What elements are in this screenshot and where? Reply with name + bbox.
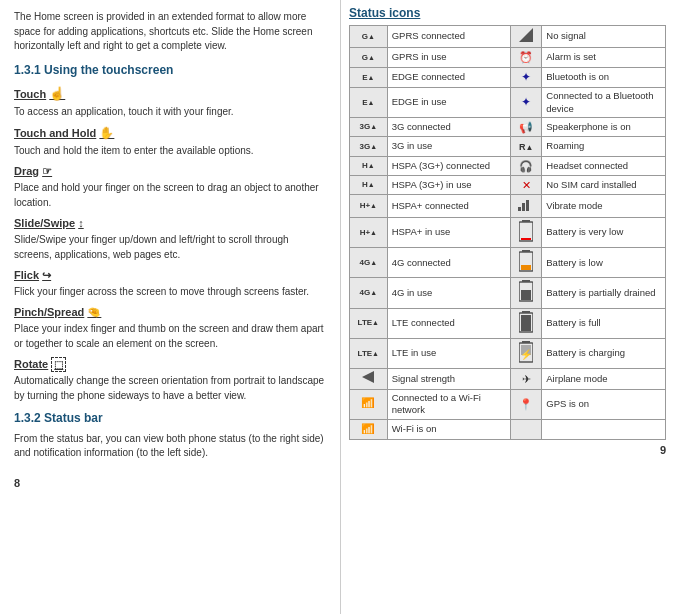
svg-marker-0: [519, 28, 533, 42]
left-icon-3: E▲: [350, 88, 388, 118]
svg-rect-2: [522, 203, 525, 211]
rotate-heading: Rotate ⬚: [14, 357, 326, 373]
right-label-9: Battery is very low: [542, 217, 666, 247]
right-label-15: GPS is on: [542, 389, 666, 419]
left-label-16: Wi-Fi is on: [387, 419, 511, 440]
left-label-6: HSPA (3G+) connected: [387, 156, 511, 175]
touch-hold-desc: Touch and hold the item to enter the ava…: [14, 144, 326, 159]
right-icon-7: ✕: [511, 176, 542, 195]
right-icon-14: ✈: [511, 369, 542, 390]
intro-text: The Home screen is provided in an extend…: [14, 10, 326, 54]
right-label-10: Battery is low: [542, 248, 666, 278]
rotate-desc: Automatically change the screen orientat…: [14, 374, 326, 403]
right-label-13: Battery is charging: [542, 338, 666, 368]
slide-desc: Slide/Swipe your finger up/down and left…: [14, 233, 326, 262]
right-label-16: [542, 419, 666, 440]
left-icon-4: 3G▲: [350, 117, 388, 136]
right-icon-9: [511, 217, 542, 247]
svg-text:⚡: ⚡: [520, 348, 533, 361]
section1-heading: 1.3.1 Using the touchscreen: [14, 62, 326, 79]
pinch-heading: Pinch/Spread 🤏: [14, 305, 326, 321]
left-icon-11: 4G▲: [350, 278, 388, 308]
left-icon-10: 4G▲: [350, 248, 388, 278]
svg-rect-15: [521, 315, 531, 331]
page-number-left: 8: [14, 477, 20, 489]
left-label-9: HSPA+ in use: [387, 217, 511, 247]
left-label-5: 3G in use: [387, 137, 511, 157]
right-icon-4: 📢: [511, 117, 542, 136]
right-icon-12: [511, 308, 542, 338]
right-label-7: No SIM card installed: [542, 176, 666, 195]
right-icon-2: ✦: [511, 67, 542, 88]
left-label-0: GPRS connected: [387, 26, 511, 48]
left-icon-9: H+▲: [350, 217, 388, 247]
left-label-12: LTE connected: [387, 308, 511, 338]
right-label-6: Headset connected: [542, 156, 666, 175]
right-label-8: Vibrate mode: [542, 195, 666, 217]
svg-rect-1: [518, 207, 521, 211]
left-icon-6: H▲: [350, 156, 388, 175]
svg-text:📶: 📶: [361, 422, 375, 434]
pinch-desc: Place your index finger and thumb on the…: [14, 322, 326, 351]
right-icon-6: 🎧: [511, 156, 542, 175]
right-label-1: Alarm is set: [542, 48, 666, 67]
svg-rect-12: [521, 290, 531, 300]
svg-rect-6: [521, 238, 531, 240]
right-icon-1: ⏰: [511, 48, 542, 67]
right-label-5: Roaming: [542, 137, 666, 157]
right-label-0: No signal: [542, 26, 666, 48]
left-label-13: LTE in use: [387, 338, 511, 368]
left-icon-14: [350, 369, 388, 390]
left-icon-15: 📶: [350, 389, 388, 419]
right-icon-11: [511, 278, 542, 308]
left-icon-7: H▲: [350, 176, 388, 195]
left-label-2: EDGE connected: [387, 67, 511, 88]
right-icon-8: [511, 195, 542, 217]
right-icon-10: [511, 248, 542, 278]
status-bar-desc: From the status bar, you can view both p…: [14, 432, 326, 461]
flick-desc: Flick your finger across the screen to m…: [14, 285, 326, 300]
left-label-4: 3G connected: [387, 117, 511, 136]
svg-text:📶: 📶: [361, 396, 375, 408]
right-label-2: Bluetooth is on: [542, 67, 666, 88]
right-label-3: Connected to a Bluetooth device: [542, 88, 666, 118]
touch-heading: Touch ☝: [14, 85, 326, 104]
left-icon-0: G▲: [350, 26, 388, 48]
left-label-15: Connected to a Wi-Fi network: [387, 389, 511, 419]
left-icon-2: E▲: [350, 67, 388, 88]
left-label-10: 4G connected: [387, 248, 511, 278]
left-icon-8: H+▲: [350, 195, 388, 217]
status-icons-table: G▲GPRS connectedNo signalG▲GPRS in use⏰A…: [349, 25, 666, 440]
flick-heading: Flick ↪: [14, 268, 326, 284]
panel-title: Status icons: [349, 6, 666, 20]
left-icon-12: LTE▲: [350, 308, 388, 338]
svg-marker-20: [362, 371, 374, 383]
left-label-11: 4G in use: [387, 278, 511, 308]
right-label-4: Speakerphone is on: [542, 117, 666, 136]
svg-rect-3: [526, 200, 529, 211]
svg-rect-9: [521, 265, 531, 270]
drag-desc: Place and hold your finger on the screen…: [14, 181, 326, 210]
left-icon-5: 3G▲: [350, 137, 388, 157]
touch-desc: To access an application, touch it with …: [14, 105, 326, 120]
right-label-12: Battery is full: [542, 308, 666, 338]
left-icon-16: 📶: [350, 419, 388, 440]
right-icon-0: [511, 26, 542, 48]
right-icon-13: ⚡: [511, 338, 542, 368]
right-label-11: Battery is partially drained: [542, 278, 666, 308]
left-icon-13: LTE▲: [350, 338, 388, 368]
left-panel: The Home screen is provided in an extend…: [0, 0, 340, 614]
slide-heading: Slide/Swipe ↕: [14, 216, 326, 232]
right-icon-5: R▲: [511, 137, 542, 157]
drag-heading: Drag ☞: [14, 164, 326, 180]
touch-hold-heading: Touch and Hold ✋: [14, 125, 326, 142]
left-label-8: HSPA+ connected: [387, 195, 511, 217]
left-label-7: HSPA (3G+) in use: [387, 176, 511, 195]
left-label-1: GPRS in use: [387, 48, 511, 67]
right-icon-15: 📍: [511, 389, 542, 419]
right-icon-3: ✦: [511, 88, 542, 118]
right-panel: Status icons G▲GPRS connectedNo signalG▲…: [340, 0, 674, 614]
left-label-3: EDGE in use: [387, 88, 511, 118]
left-label-14: Signal strength: [387, 369, 511, 390]
right-label-14: Airplane mode: [542, 369, 666, 390]
